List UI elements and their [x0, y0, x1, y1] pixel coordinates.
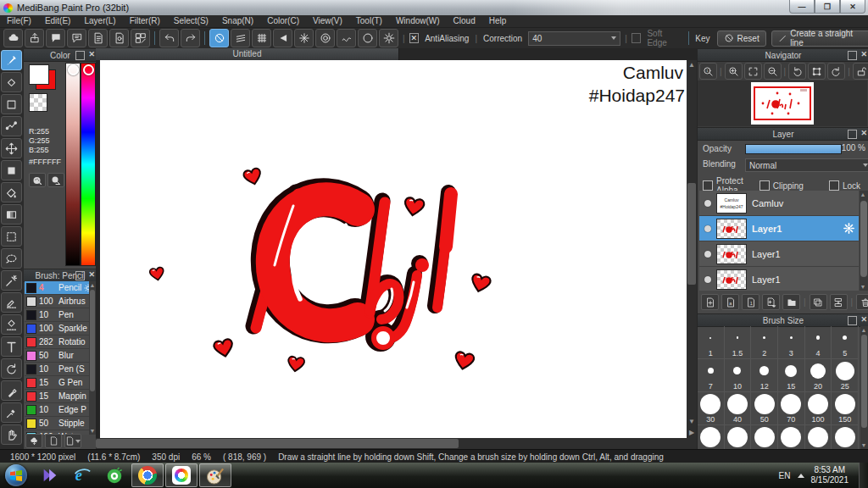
chat-button[interactable] — [67, 29, 86, 47]
popout-icon[interactable] — [75, 51, 85, 60]
snap-crosshatch-button[interactable] — [252, 29, 271, 47]
brush-item[interactable]: 10Pen (S — [25, 363, 90, 376]
export-button[interactable] — [25, 29, 44, 47]
brush-size-option[interactable]: 500 — [778, 425, 805, 451]
reset-view-button[interactable] — [808, 63, 826, 80]
brush-size-option[interactable]: 2 — [751, 326, 778, 359]
tool-move[interactable] — [1, 138, 22, 158]
start-button[interactable] — [5, 464, 27, 486]
brush-item[interactable]: 4Pencil — [25, 281, 90, 295]
document-settings-button[interactable] — [109, 29, 129, 47]
scroll-right-icon[interactable]: ▶ — [687, 428, 697, 438]
brush-cloud-button[interactable] — [25, 434, 42, 448]
layer-new-button[interactable] — [701, 294, 719, 310]
brush-new-button[interactable] — [45, 434, 62, 448]
palette-icon[interactable] — [29, 173, 46, 187]
menu-filter[interactable]: Filter(R) — [123, 15, 167, 27]
tool-select-pen[interactable] — [1, 292, 22, 313]
antialiasing-checkbox[interactable]: ✕ — [409, 33, 420, 43]
tool-bucket[interactable] — [1, 182, 22, 202]
brush-size-option[interactable]: 7 — [698, 359, 725, 392]
trash-button[interactable] — [856, 294, 868, 310]
taskbar-medibang-paint[interactable] — [199, 463, 231, 487]
scroll-up-icon[interactable]: ▲ — [860, 326, 867, 334]
brush-size-option[interactable]: 700 — [805, 425, 832, 451]
folder-button[interactable] — [782, 294, 800, 310]
menu-window[interactable]: Window(W) — [389, 15, 447, 27]
clipping-checkbox[interactable] — [760, 180, 770, 191]
duplicate-button[interactable] — [810, 294, 827, 310]
tool-select-eraser[interactable] — [1, 314, 22, 335]
brush-size-option[interactable]: 25 — [832, 359, 859, 392]
scroll-down-icon[interactable]: ▼ — [89, 427, 96, 435]
snap-ellipse-button[interactable] — [358, 29, 377, 47]
rotate-left-button[interactable] — [788, 63, 806, 80]
snap-parallel-button[interactable] — [231, 29, 250, 47]
close-icon[interactable]: ✕ — [860, 129, 867, 137]
tray-expand-icon[interactable] — [798, 474, 804, 478]
layer-8bit-button[interactable]: a — [721, 294, 739, 310]
brush-item[interactable]: 100Sparkle — [25, 322, 90, 336]
create-straight-line-button[interactable]: Create a straight line — [771, 30, 868, 47]
hue-bar[interactable] — [81, 63, 96, 266]
brush-new-caret-button[interactable] — [64, 434, 81, 448]
tool-eyedropper[interactable] — [1, 402, 22, 423]
snap-concentric-button[interactable] — [315, 29, 335, 47]
brush-size-option[interactable]: 4 — [805, 326, 832, 359]
taskbar-kmplayer[interactable] — [35, 464, 65, 486]
scroll-down-icon[interactable]: ▼ — [687, 417, 697, 427]
brush-size-option[interactable]: 3 — [778, 326, 805, 359]
layer-row[interactable]: Camluv#Hoidap247Camluv — [699, 191, 859, 216]
tool-shape-brush[interactable] — [1, 94, 22, 114]
saturation-value-bar[interactable] — [65, 63, 81, 266]
tool-fill-rect[interactable] — [1, 160, 22, 180]
tool-lasso[interactable] — [1, 248, 22, 269]
popout-icon[interactable] — [848, 130, 857, 139]
correction-dropdown[interactable]: 40 — [528, 31, 620, 46]
close-icon[interactable]: ✕ — [88, 50, 95, 58]
brush-size-option[interactable]: 30 — [698, 392, 725, 425]
palette-edit-icon[interactable] — [47, 173, 64, 187]
snap-curve-button[interactable] — [337, 29, 356, 47]
scrollbar-thumb[interactable] — [860, 201, 867, 277]
tool-text[interactable] — [1, 336, 22, 357]
scrollbar-thumb[interactable] — [687, 183, 696, 285]
brush-item[interactable]: 50Stipple — [25, 417, 90, 430]
navigator-thumbnail[interactable] — [751, 82, 814, 125]
transparent-swatch[interactable] — [29, 93, 47, 112]
tool-magic-wand[interactable] — [1, 270, 22, 291]
tool-control-point[interactable] — [1, 116, 22, 136]
brush-list-scrollbar[interactable]: ▲ ▼ — [89, 281, 96, 435]
protect-alpha-checkbox[interactable] — [703, 180, 713, 191]
layer-row[interactable]: Layer1 — [699, 216, 859, 241]
scroll-up-icon[interactable]: ▲ — [687, 60, 697, 70]
comment-button[interactable] — [46, 29, 65, 47]
tool-eraser-pen[interactable] — [1, 380, 22, 401]
close-icon[interactable]: ✕ — [860, 50, 867, 58]
close-icon[interactable]: ✕ — [860, 315, 867, 324]
snap-vanishing-point-button[interactable] — [273, 29, 292, 47]
tool-eraser[interactable] — [1, 72, 22, 92]
layer-1bit-button[interactable]: 1 — [742, 294, 760, 310]
brush-size-option[interactable]: 5 — [832, 326, 859, 359]
brush-size-option[interactable]: 12 — [751, 359, 778, 392]
fit-screen-button[interactable] — [744, 63, 762, 80]
snap-radial-button[interactable] — [294, 29, 314, 47]
popout-icon[interactable] — [848, 316, 857, 325]
scroll-up-icon[interactable]: ▲ — [860, 191, 866, 198]
layer-visibility-dot[interactable] — [704, 276, 711, 283]
tool-hand[interactable] — [1, 424, 22, 445]
horizontal-scrollbar[interactable] — [96, 438, 697, 449]
brush-size-option[interactable]: 50 — [751, 392, 778, 425]
scroll-down-icon[interactable]: ▼ — [860, 283, 866, 291]
brush-size-option[interactable]: 1.5 — [725, 326, 752, 359]
taskbar-chrome[interactable] — [131, 463, 164, 487]
brush-size-option[interactable]: 1 — [698, 326, 725, 359]
opacity-slider[interactable] — [745, 144, 842, 154]
taskbar-internet-explorer[interactable]: e — [67, 464, 97, 486]
zoom-out-button[interactable] — [764, 63, 782, 80]
unlock-button[interactable] — [853, 63, 868, 80]
menu-file[interactable]: File(F) — [0, 15, 38, 27]
document-button[interactable] — [88, 29, 108, 47]
taskbar-medibang-launcher[interactable] — [165, 463, 198, 487]
